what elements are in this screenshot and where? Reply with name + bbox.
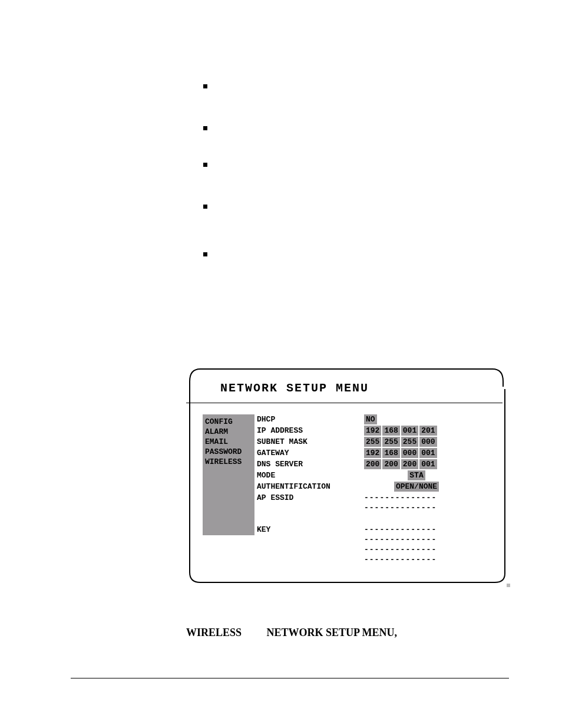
mask-octet-3[interactable]: 255 xyxy=(401,437,418,447)
gateway-label: GATEWAY xyxy=(257,448,364,458)
dhcp-label: DHCP xyxy=(257,414,364,424)
bullet-icon xyxy=(203,205,207,209)
sidebar-item-wireless[interactable]: WIRELESS xyxy=(205,457,252,467)
sidebar-item-config[interactable]: CONFIG xyxy=(205,417,252,427)
gw-octet-2[interactable]: 168 xyxy=(382,448,399,458)
ip-octet-1[interactable]: 192 xyxy=(364,426,381,436)
section-term: WIRELESS xyxy=(186,627,242,638)
sidebar-item-email[interactable]: EMAIL xyxy=(205,437,252,447)
essid-field-1[interactable]: -------------- xyxy=(364,493,437,503)
key-label: KEY xyxy=(257,525,364,535)
mask-octet-2[interactable]: 255 xyxy=(382,437,399,447)
dns-octet-4[interactable]: 001 xyxy=(419,459,437,469)
panel-divider xyxy=(186,403,503,403)
dns-octet-2[interactable]: 200 xyxy=(382,459,399,469)
sidebar-item-alarm[interactable]: ALARM xyxy=(205,427,252,437)
mask-octet-4[interactable]: 000 xyxy=(419,437,437,447)
dns-octet-3[interactable]: 200 xyxy=(401,459,418,469)
settings-grid: DHCP NO IP ADDRESS 192 168 001 201 SUBNE… xyxy=(257,414,470,565)
essid-field-2[interactable]: -------------- xyxy=(364,503,437,513)
sidebar-item-password[interactable]: PASSWORD xyxy=(205,447,252,457)
page-divider xyxy=(71,678,509,678)
network-setup-panel: NETWORK SETUP MENU CONFIG ALARM EMAIL PA… xyxy=(186,367,507,585)
essid-label: AP ESSID xyxy=(257,493,364,503)
gw-octet-4[interactable]: 001 xyxy=(419,448,437,458)
ip-octet-3[interactable]: 001 xyxy=(401,426,418,436)
gw-octet-3[interactable]: 000 xyxy=(401,448,418,458)
bullet-icon xyxy=(203,252,207,256)
key-field-1[interactable]: -------------- xyxy=(364,525,437,535)
auth-value[interactable]: OPEN/NONE xyxy=(394,482,439,492)
bullet-icon xyxy=(203,163,207,167)
ip-octet-4[interactable]: 201 xyxy=(419,426,437,436)
gw-octet-1[interactable]: 192 xyxy=(364,448,381,458)
mode-label: MODE xyxy=(257,470,364,480)
bullet-icon xyxy=(203,84,207,88)
sidebar: CONFIG ALARM EMAIL PASSWORD WIRELESS xyxy=(203,414,254,535)
auth-label: AUTHENTIFICATION xyxy=(257,482,364,492)
bullet-list xyxy=(203,84,207,289)
section-heading-text: NETWORK SETUP MENU, xyxy=(267,627,398,638)
decorative-mark xyxy=(507,584,510,587)
section-heading: WIRELESS NETWORK SETUP MENU, xyxy=(186,627,397,639)
bullet-icon xyxy=(203,126,207,130)
mode-value[interactable]: STA xyxy=(408,470,425,480)
ip-label: IP ADDRESS xyxy=(257,426,364,436)
ip-octet-2[interactable]: 168 xyxy=(382,426,399,436)
key-field-3[interactable]: -------------- xyxy=(364,545,437,555)
mask-octet-1[interactable]: 255 xyxy=(364,437,381,447)
key-field-4[interactable]: -------------- xyxy=(364,555,437,565)
key-field-2[interactable]: -------------- xyxy=(364,535,437,545)
dhcp-value[interactable]: NO xyxy=(364,414,377,424)
dns-octet-1[interactable]: 200 xyxy=(364,459,381,469)
panel-title: NETWORK SETUP MENU xyxy=(220,381,369,395)
mask-label: SUBNET MASK xyxy=(257,437,364,447)
dns-label: DNS SERVER xyxy=(257,459,364,469)
page: NETWORK SETUP MENU CONFIG ALARM EMAIL PA… xyxy=(0,0,562,728)
